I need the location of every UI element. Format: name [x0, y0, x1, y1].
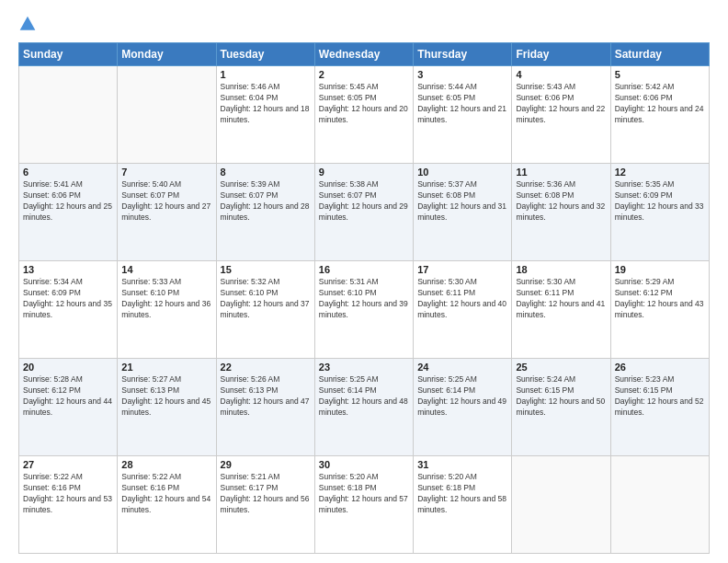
cell-info: Sunrise: 5:25 AMSunset: 6:14 PMDaylight:… — [319, 374, 409, 419]
weekday-header: Friday — [512, 43, 610, 66]
cell-day-number: 17 — [417, 264, 507, 275]
cell-info: Sunrise: 5:30 AMSunset: 6:11 PMDaylight:… — [417, 277, 507, 321]
cell-day-number: 7 — [121, 167, 211, 178]
cell-info: Sunrise: 5:45 AMSunset: 6:05 PMDaylight:… — [319, 82, 409, 126]
cell-info: Sunrise: 5:36 AMSunset: 6:08 PMDaylight:… — [516, 179, 606, 224]
cell-day-number: 23 — [319, 362, 409, 373]
header — [18, 15, 710, 33]
calendar-table: SundayMondayTuesdayWednesdayThursdayFrid… — [18, 42, 710, 554]
cell-day-number: 15 — [221, 264, 311, 275]
calendar-cell: 22Sunrise: 5:26 AMSunset: 6:13 PMDayligh… — [216, 359, 314, 456]
cell-info: Sunrise: 5:25 AMSunset: 6:14 PMDaylight:… — [417, 374, 507, 419]
logo-area — [18, 15, 39, 33]
cell-info: Sunrise: 5:40 AMSunset: 6:07 PMDaylight:… — [121, 179, 211, 224]
cell-info: Sunrise: 5:26 AMSunset: 6:13 PMDaylight:… — [221, 374, 311, 419]
cell-day-number: 24 — [417, 362, 507, 373]
cell-info: Sunrise: 5:20 AMSunset: 6:18 PMDaylight:… — [417, 472, 507, 516]
cell-day-number: 12 — [615, 167, 705, 178]
calendar-cell: 15Sunrise: 5:32 AMSunset: 6:10 PMDayligh… — [216, 261, 314, 359]
calendar-cell: 17Sunrise: 5:30 AMSunset: 6:11 PMDayligh… — [414, 261, 512, 359]
calendar-cell: 20Sunrise: 5:28 AMSunset: 6:12 PMDayligh… — [19, 359, 118, 456]
cell-info: Sunrise: 5:44 AMSunset: 6:05 PMDaylight:… — [417, 82, 507, 126]
cell-day-number: 29 — [221, 459, 311, 470]
calendar-week-row: 13Sunrise: 5:34 AMSunset: 6:09 PMDayligh… — [19, 261, 710, 359]
cell-info: Sunrise: 5:41 AMSunset: 6:06 PMDaylight:… — [23, 179, 113, 224]
calendar-week-row: 6Sunrise: 5:41 AMSunset: 6:06 PMDaylight… — [19, 164, 710, 261]
cell-day-number: 5 — [615, 69, 705, 80]
cell-day-number: 28 — [121, 459, 211, 470]
cell-day-number: 6 — [23, 167, 113, 178]
cell-info: Sunrise: 5:46 AMSunset: 6:04 PMDaylight:… — [221, 82, 311, 126]
logo-icon — [18, 15, 37, 33]
calendar-cell: 7Sunrise: 5:40 AMSunset: 6:07 PMDaylight… — [118, 164, 216, 261]
svg-marker-0 — [20, 17, 36, 30]
calendar-cell: 30Sunrise: 5:20 AMSunset: 6:18 PMDayligh… — [314, 456, 413, 554]
weekday-header: Sunday — [19, 43, 118, 66]
calendar-week-row: 27Sunrise: 5:22 AMSunset: 6:16 PMDayligh… — [19, 456, 710, 554]
cell-info: Sunrise: 5:37 AMSunset: 6:08 PMDaylight:… — [417, 179, 507, 224]
cell-day-number: 8 — [221, 167, 311, 178]
cell-info: Sunrise: 5:34 AMSunset: 6:09 PMDaylight:… — [23, 277, 113, 321]
cell-day-number: 10 — [417, 167, 507, 178]
calendar-cell: 19Sunrise: 5:29 AMSunset: 6:12 PMDayligh… — [610, 261, 709, 359]
cell-day-number: 20 — [23, 362, 113, 373]
calendar-cell: 10Sunrise: 5:37 AMSunset: 6:08 PMDayligh… — [414, 164, 512, 261]
calendar-cell: 6Sunrise: 5:41 AMSunset: 6:06 PMDaylight… — [19, 164, 118, 261]
cell-day-number: 11 — [516, 167, 606, 178]
cell-info: Sunrise: 5:22 AMSunset: 6:16 PMDaylight:… — [121, 472, 211, 516]
cell-info: Sunrise: 5:35 AMSunset: 6:09 PMDaylight:… — [615, 179, 705, 224]
page: SundayMondayTuesdayWednesdayThursdayFrid… — [0, 0, 728, 563]
cell-info: Sunrise: 5:27 AMSunset: 6:13 PMDaylight:… — [121, 374, 211, 419]
calendar-cell: 3Sunrise: 5:44 AMSunset: 6:05 PMDaylight… — [414, 66, 512, 164]
cell-info: Sunrise: 5:21 AMSunset: 6:17 PMDaylight:… — [221, 472, 311, 516]
calendar-cell: 16Sunrise: 5:31 AMSunset: 6:10 PMDayligh… — [314, 261, 413, 359]
cell-info: Sunrise: 5:20 AMSunset: 6:18 PMDaylight:… — [319, 472, 409, 516]
calendar-cell: 26Sunrise: 5:23 AMSunset: 6:15 PMDayligh… — [610, 359, 709, 456]
calendar-cell: 25Sunrise: 5:24 AMSunset: 6:15 PMDayligh… — [512, 359, 610, 456]
calendar-cell — [19, 66, 118, 164]
calendar-cell: 27Sunrise: 5:22 AMSunset: 6:16 PMDayligh… — [19, 456, 118, 554]
cell-info: Sunrise: 5:33 AMSunset: 6:10 PMDaylight:… — [121, 277, 211, 321]
weekday-header: Wednesday — [314, 43, 413, 66]
cell-info: Sunrise: 5:43 AMSunset: 6:06 PMDaylight:… — [516, 82, 606, 126]
calendar-cell: 11Sunrise: 5:36 AMSunset: 6:08 PMDayligh… — [512, 164, 610, 261]
calendar-cell: 24Sunrise: 5:25 AMSunset: 6:14 PMDayligh… — [414, 359, 512, 456]
cell-day-number: 31 — [417, 459, 507, 470]
cell-day-number: 2 — [319, 69, 409, 80]
cell-info: Sunrise: 5:30 AMSunset: 6:11 PMDaylight:… — [516, 277, 606, 321]
cell-day-number: 22 — [221, 362, 311, 373]
cell-day-number: 13 — [23, 264, 113, 275]
calendar-week-row: 1Sunrise: 5:46 AMSunset: 6:04 PMDaylight… — [19, 66, 710, 164]
cell-info: Sunrise: 5:38 AMSunset: 6:07 PMDaylight:… — [319, 179, 409, 224]
calendar-cell: 21Sunrise: 5:27 AMSunset: 6:13 PMDayligh… — [118, 359, 216, 456]
weekday-header: Tuesday — [216, 43, 314, 66]
cell-day-number: 4 — [516, 69, 606, 80]
weekday-header: Saturday — [610, 43, 709, 66]
calendar-cell: 29Sunrise: 5:21 AMSunset: 6:17 PMDayligh… — [216, 456, 314, 554]
calendar-cell: 13Sunrise: 5:34 AMSunset: 6:09 PMDayligh… — [19, 261, 118, 359]
cell-info: Sunrise: 5:24 AMSunset: 6:15 PMDaylight:… — [516, 374, 606, 419]
calendar-cell: 28Sunrise: 5:22 AMSunset: 6:16 PMDayligh… — [118, 456, 216, 554]
cell-day-number: 9 — [319, 167, 409, 178]
cell-day-number: 1 — [221, 69, 311, 80]
cell-day-number: 3 — [417, 69, 507, 80]
cell-info: Sunrise: 5:22 AMSunset: 6:16 PMDaylight:… — [23, 472, 113, 516]
cell-info: Sunrise: 5:39 AMSunset: 6:07 PMDaylight:… — [221, 179, 311, 224]
calendar-cell: 23Sunrise: 5:25 AMSunset: 6:14 PMDayligh… — [314, 359, 413, 456]
weekday-header: Monday — [118, 43, 216, 66]
calendar-cell: 9Sunrise: 5:38 AMSunset: 6:07 PMDaylight… — [314, 164, 413, 261]
cell-day-number: 19 — [615, 264, 705, 275]
calendar-cell: 4Sunrise: 5:43 AMSunset: 6:06 PMDaylight… — [512, 66, 610, 164]
cell-day-number: 26 — [615, 362, 705, 373]
calendar-week-row: 20Sunrise: 5:28 AMSunset: 6:12 PMDayligh… — [19, 359, 710, 456]
cell-day-number: 25 — [516, 362, 606, 373]
calendar-cell — [118, 66, 216, 164]
cell-info: Sunrise: 5:31 AMSunset: 6:10 PMDaylight:… — [319, 277, 409, 321]
cell-info: Sunrise: 5:42 AMSunset: 6:06 PMDaylight:… — [615, 82, 705, 126]
cell-info: Sunrise: 5:29 AMSunset: 6:12 PMDaylight:… — [615, 277, 705, 321]
logo — [18, 15, 39, 33]
calendar-cell: 14Sunrise: 5:33 AMSunset: 6:10 PMDayligh… — [118, 261, 216, 359]
calendar-cell — [512, 456, 610, 554]
header-row: SundayMondayTuesdayWednesdayThursdayFrid… — [19, 43, 710, 66]
weekday-header: Thursday — [414, 43, 512, 66]
